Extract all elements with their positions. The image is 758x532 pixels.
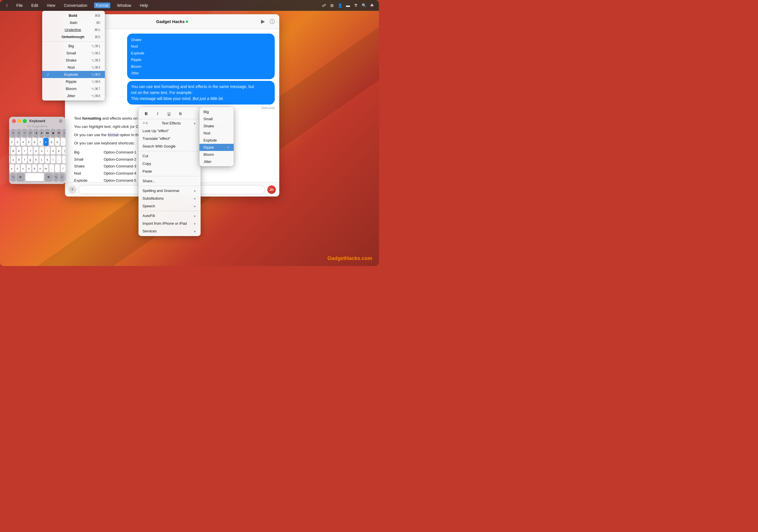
- menu-item-ripple[interactable]: Ripple ⌥⌘6: [42, 78, 105, 85]
- key-f6[interactable]: ▶: [39, 129, 44, 137]
- key-period[interactable]: .: [55, 164, 60, 172]
- search-icon[interactable]: 🔍: [361, 3, 366, 8]
- key-slash[interactable]: /: [61, 164, 66, 172]
- keyboard-minimize-button[interactable]: [17, 119, 21, 123]
- key-f8[interactable]: ⏹: [51, 129, 55, 137]
- ctx-copy[interactable]: Copy: [138, 160, 201, 167]
- wifi-icon[interactable]: ⇈: [353, 3, 359, 8]
- key-comma[interactable]: ,: [49, 164, 54, 172]
- keyboard-add-button[interactable]: +: [59, 119, 63, 123]
- key-k[interactable]: k: [45, 155, 50, 163]
- menu-item-big[interactable]: Big ⌥⌘1: [42, 43, 105, 50]
- info-icon[interactable]: ⓘ: [270, 18, 275, 25]
- key-0[interactable]: 0: [55, 138, 60, 146]
- key-z[interactable]: z: [9, 164, 14, 172]
- battery-icon[interactable]: ▬: [345, 3, 351, 8]
- menu-item-small[interactable]: Small ⌥⌘2: [42, 50, 105, 57]
- ctx-substitutions[interactable]: Substitutions ►: [138, 194, 201, 202]
- te-shake[interactable]: Shake: [199, 122, 234, 130]
- format-strikethrough-button[interactable]: S: [177, 110, 184, 117]
- ctx-services[interactable]: Services ►: [138, 227, 201, 235]
- key-f4[interactable]: ☍: [28, 129, 33, 137]
- person-icon[interactable]: 👤: [337, 3, 343, 8]
- menu-item-bloom[interactable]: Bloom ⌥⌘7: [42, 85, 105, 92]
- key-x[interactable]: x: [15, 164, 20, 172]
- key-3[interactable]: 3: [15, 138, 20, 146]
- ctx-translate[interactable]: Translate "effect": [138, 135, 201, 142]
- ctx-autofill[interactable]: AutoFill ►: [138, 212, 201, 219]
- key-f9[interactable]: 🔇: [56, 129, 61, 137]
- key-o[interactable]: o: [51, 147, 55, 155]
- te-small[interactable]: Small: [199, 115, 234, 122]
- menu-item-shake[interactable]: Shake ⌥⌘3: [42, 57, 105, 64]
- menu-window[interactable]: Window: [116, 3, 133, 8]
- key-ropt[interactable]: ⌥: [53, 173, 58, 181]
- ctx-paste[interactable]: Paste: [138, 167, 201, 175]
- te-big[interactable]: Big: [199, 108, 234, 115]
- ctx-lookup[interactable]: Look Up "effect": [138, 127, 201, 135]
- key-lctrl[interactable]: ⌃: [9, 173, 10, 181]
- key-f5[interactable]: ◀: [34, 129, 39, 137]
- te-ripple[interactable]: Ripple ✓: [199, 144, 234, 151]
- ctx-speech[interactable]: Speech ►: [138, 202, 201, 210]
- menu-item-underline[interactable]: Underline ⌘U: [42, 26, 105, 33]
- key-rcmd[interactable]: ⌘: [45, 173, 53, 181]
- key-f10[interactable]: 🔉: [62, 129, 66, 137]
- key-8[interactable]: 8: [44, 138, 49, 146]
- key-t[interactable]: t: [28, 147, 33, 155]
- ctx-import[interactable]: Import from iPhone or iPad ►: [138, 219, 201, 227]
- menu-item-bold[interactable]: Bold ⌘B: [42, 12, 105, 19]
- key-q[interactable]: q: [9, 147, 10, 155]
- key-m[interactable]: m: [44, 164, 49, 172]
- key-r[interactable]: r: [22, 147, 27, 155]
- key-down[interactable]: ▽: [65, 173, 66, 181]
- key-v[interactable]: v: [26, 164, 31, 172]
- format-italic-button[interactable]: I: [154, 110, 161, 117]
- key-u[interactable]: u: [39, 147, 44, 155]
- key-2[interactable]: 2: [9, 138, 14, 146]
- key-s[interactable]: s: [11, 155, 16, 163]
- key-h[interactable]: h: [34, 155, 39, 163]
- key-4[interactable]: 4: [21, 138, 26, 146]
- key-quote[interactable]: ': [62, 155, 66, 163]
- key-e[interactable]: e: [17, 147, 21, 155]
- siri-icon[interactable]: ☘: [369, 3, 374, 8]
- ctx-text-effects[interactable]: ＰA Text Effects ►: [138, 119, 201, 127]
- menu-edit[interactable]: Edit: [30, 3, 40, 8]
- menu-item-strikethrough[interactable]: Strikethrough ⌘S: [42, 33, 105, 41]
- key-semicolon[interactable]: ;: [56, 155, 61, 163]
- te-explode[interactable]: Explode: [199, 137, 234, 144]
- key-6[interactable]: 6: [32, 138, 37, 146]
- key-minus[interactable]: -: [61, 138, 66, 146]
- key-lcmd[interactable]: ⌘: [17, 173, 24, 181]
- video-icon[interactable]: ▶: [261, 18, 265, 25]
- menu-help[interactable]: Help: [138, 3, 150, 8]
- key-l[interactable]: l: [51, 155, 55, 163]
- te-nod[interactable]: Nod: [199, 130, 234, 137]
- key-n[interactable]: n: [38, 164, 43, 172]
- keyboard-close-button[interactable]: [12, 119, 16, 123]
- menu-item-italic[interactable]: Italic ⌘I: [42, 19, 105, 26]
- te-bloom[interactable]: Bloom: [199, 151, 234, 158]
- menu-item-nod[interactable]: Nod ⌥⌘4: [42, 64, 105, 71]
- format-bold-button[interactable]: B: [143, 110, 150, 117]
- key-left[interactable]: ◁: [59, 173, 64, 181]
- format-underline-button[interactable]: U: [165, 110, 173, 117]
- te-jitter[interactable]: Jitter: [199, 158, 234, 165]
- key-lbracket[interactable]: [: [62, 147, 66, 155]
- keyboard-zoom-button[interactable]: [23, 119, 27, 123]
- ctx-cut[interactable]: Cut: [138, 152, 201, 160]
- key-f1[interactable]: ✳: [11, 129, 16, 137]
- key-p[interactable]: p: [56, 147, 61, 155]
- apple-menu[interactable]: : [5, 3, 9, 8]
- key-b[interactable]: b: [32, 164, 37, 172]
- menu-file[interactable]: File: [15, 3, 24, 8]
- menu-item-jitter[interactable]: Jitter ⌥⌘8: [42, 92, 105, 99]
- key-c[interactable]: c: [21, 164, 26, 172]
- key-esc[interactable]: esc: [9, 129, 10, 137]
- ctx-spelling[interactable]: Spelling and Grammar ►: [138, 187, 201, 194]
- menu-view[interactable]: View: [45, 3, 57, 8]
- key-w[interactable]: w: [11, 147, 16, 155]
- key-5[interactable]: 5: [26, 138, 31, 146]
- key-a[interactable]: a: [9, 155, 10, 163]
